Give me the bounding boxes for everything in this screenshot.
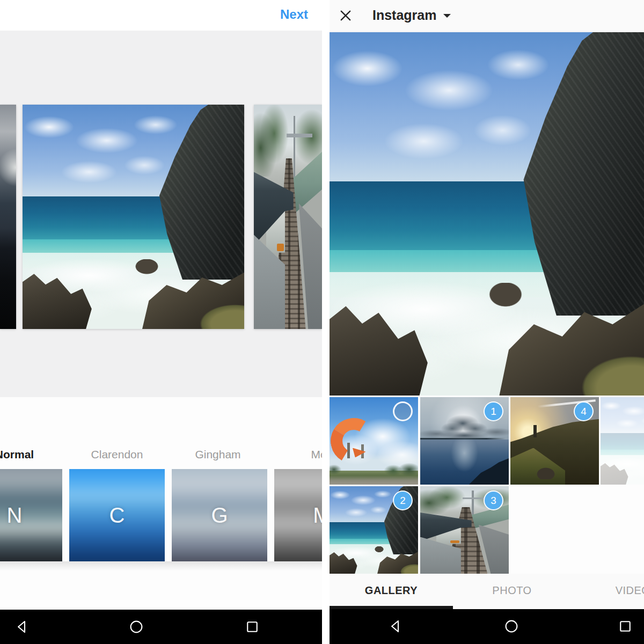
- android-navbar: [0, 610, 322, 644]
- selected-photo-preview[interactable]: [330, 32, 644, 396]
- filter-topbar: Next: [0, 0, 322, 31]
- filter-thumb-gingham[interactable]: G: [172, 469, 267, 561]
- tab-video[interactable]: VIDEO: [571, 584, 644, 597]
- home-icon[interactable]: [128, 619, 144, 635]
- selection-badge[interactable]: 2: [393, 491, 413, 510]
- recents-icon[interactable]: [617, 618, 633, 634]
- recents-icon[interactable]: [244, 619, 260, 635]
- close-icon[interactable]: [338, 8, 353, 23]
- gallery-item-train-station[interactable]: 3: [420, 486, 509, 574]
- filter-letter: C: [109, 503, 125, 528]
- gallery-item-big-prawn[interactable]: [330, 397, 418, 485]
- selection-badge[interactable]: [393, 401, 413, 421]
- album-title[interactable]: Instagram: [372, 8, 436, 23]
- filter-letter: G: [211, 503, 228, 528]
- back-icon[interactable]: [14, 619, 30, 635]
- gallery-item-ocean-rocks[interactable]: 2: [330, 486, 418, 574]
- selection-badge[interactable]: 1: [484, 401, 503, 421]
- filter-label-normal[interactable]: Normal: [0, 448, 63, 464]
- gallery-item-sunset-water[interactable]: 1: [420, 397, 509, 485]
- next-button[interactable]: Next: [280, 7, 308, 22]
- gallery-screen: Instagram 1: [330, 0, 644, 644]
- gallery-topbar: Instagram: [330, 0, 644, 32]
- filter-thumb-normal[interactable]: N: [0, 469, 62, 561]
- filter-screen: Next Normal Clarendon Gingham Mo: [0, 0, 322, 644]
- home-icon[interactable]: [503, 618, 519, 634]
- screenshot-root: Next Normal Clarendon Gingham Mo: [0, 0, 644, 644]
- filter-letter: N: [7, 503, 23, 528]
- filter-thumb-clarendon[interactable]: C: [69, 469, 165, 561]
- filter-letter: M: [313, 503, 322, 528]
- filter-label-clarendon[interactable]: Clarendon: [69, 448, 165, 464]
- gallery-item-sunset-hills[interactable]: 4: [510, 397, 599, 485]
- tab-photo[interactable]: PHOTO: [450, 584, 574, 597]
- carousel-photo-train[interactable]: [254, 105, 322, 329]
- carousel-photo-dusk[interactable]: [0, 105, 16, 329]
- android-navbar: [330, 609, 644, 644]
- filter-strip-shadow: [0, 561, 322, 571]
- pressed-overlay: [601, 397, 644, 485]
- chevron-down-icon[interactable]: [443, 14, 451, 21]
- filter-thumb-moon[interactable]: M: [274, 469, 322, 561]
- gallery-item-ocean-wave-faded[interactable]: [601, 397, 644, 485]
- carousel-photo-current[interactable]: [23, 105, 244, 329]
- filter-label-gingham[interactable]: Gingham: [170, 448, 266, 464]
- selection-badge[interactable]: 3: [484, 491, 503, 510]
- back-icon[interactable]: [387, 618, 404, 634]
- filter-label-moon[interactable]: Mo: [270, 448, 322, 464]
- selection-badge[interactable]: 4: [574, 401, 594, 421]
- tab-gallery[interactable]: GALLERY: [330, 584, 453, 597]
